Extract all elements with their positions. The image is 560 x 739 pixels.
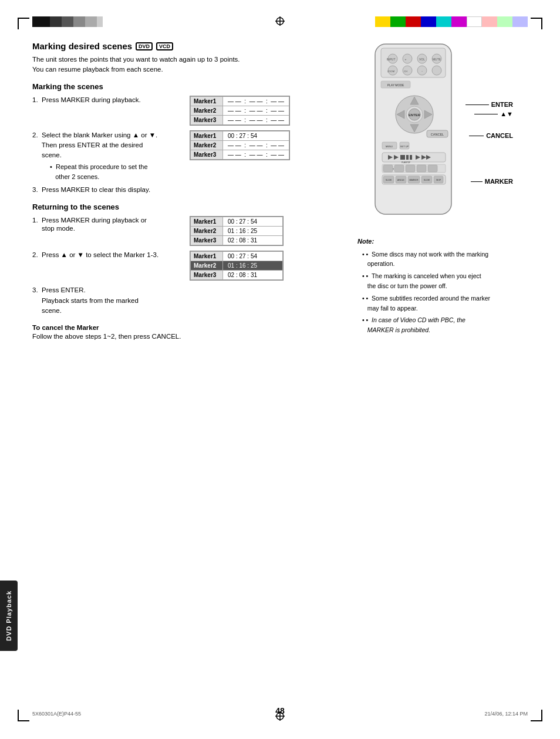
black-bar-top (32, 16, 103, 27)
table-row: Marker3 02 : 08 : 31 (191, 236, 283, 245)
table-row: Marker2 01 : 16 : 25 (191, 227, 283, 236)
marking-step-1-text: 1. Press MARKER during playback. (32, 96, 185, 104)
returning-step-1-text: 1. Press MARKER during playback or stop … (32, 216, 185, 232)
svg-rect-42 (400, 155, 405, 160)
note-item-3: • Some subtitles recorded around the mar… (362, 293, 528, 313)
svg-text:MARKER: MARKER (410, 179, 419, 181)
reg-mark-top (275, 16, 285, 28)
dvd-playback-tab: DVD Playback (0, 581, 18, 651)
svg-text:STOP: STOP (406, 161, 410, 164)
table-row: Marker1 00 : 27 : 54 (191, 217, 283, 227)
marking-step-1: 1. Press MARKER during playback. Marker1… (32, 96, 361, 126)
marking-step-2-text: 2. Select the blank Marker using ▲ or ▼.… (32, 130, 185, 182)
left-column: Marking desired scenes DVD VCD The unit … (32, 41, 361, 340)
note-title: Note: (357, 237, 528, 247)
corner-mark-bl (18, 710, 29, 721)
marker-label: MARKER (471, 178, 513, 185)
svg-text:VOL: VOL (419, 58, 425, 61)
table-row: Marker3 — — : — — : — — (191, 150, 289, 159)
page-number: 48 (275, 706, 285, 716)
svg-rect-43 (406, 155, 409, 160)
note-section: Note: • Some discs may not work with the… (357, 237, 528, 335)
table-row: Marker2 — — : — — : — — (191, 106, 289, 115)
svg-rect-58 (417, 165, 426, 172)
returning-step-3: 3. Press ENTER. Playback starts from the… (32, 285, 361, 316)
note-item-4: • In case of Video CD with PBC, the MARK… (362, 315, 528, 335)
svg-rect-57 (406, 165, 415, 172)
badge-vcd: VCD (156, 42, 173, 50)
svg-text:SKIP: SKIP (436, 179, 441, 181)
returning-step-2: 2. Press ▲ or ▼ to select the Marker 1-3… (32, 251, 361, 281)
svg-text:MUTE: MUTE (433, 58, 441, 61)
remote-control-area: INPUT + VOL MUTE ZOOM CH - PLAY MODE (357, 41, 522, 231)
footer-right: 21/4/06, 12:14 PM (484, 711, 528, 717)
svg-rect-44 (410, 155, 412, 160)
svg-rect-55 (383, 165, 393, 172)
right-column: INPUT + VOL MUTE ZOOM CH - PLAY MODE (357, 41, 528, 338)
color-bar-top (375, 16, 528, 27)
table-row: Marker1 — — : — — : — — (191, 96, 289, 106)
table-row: Marker2 01 : 16 : 25 (191, 261, 283, 271)
svg-text:ZOOM: ZOOM (387, 70, 394, 73)
marker-table-4: Marker1 00 : 27 : 54 Marker2 01 : 16 : 2… (190, 251, 284, 281)
footer-left: 5X60301A(E)P44-55 (32, 711, 81, 717)
svg-text:SLOW: SLOW (386, 179, 392, 181)
updown-label: ▲▼ (474, 110, 513, 117)
svg-text:PLAY MODE: PLAY MODE (387, 83, 404, 87)
corner-mark-tr (531, 18, 542, 29)
returning-step-2-text: 2. Press ▲ or ▼ to select the Marker 1-3… (32, 251, 185, 259)
marker-table-2: Marker1 00 : 27 : 54 Marker2 — — : — — :… (190, 130, 290, 160)
corner-mark-tl (18, 18, 29, 29)
table-row: Marker2 — — : — — : — — (191, 140, 289, 150)
main-content: Marking desired scenes DVD VCD The unit … (32, 41, 528, 704)
svg-text:SET UP: SET UP (400, 145, 409, 148)
table-row: Marker3 — — : — — : — — (191, 115, 289, 124)
returning-step-1: 1. Press MARKER during playback or stop … (32, 216, 361, 246)
svg-text:ENTER: ENTER (409, 113, 421, 117)
svg-text:ANGLE: ANGLE (397, 179, 405, 181)
section-title: Marking desired scenes DVD VCD (32, 41, 361, 51)
cancel-label: CANCEL (469, 132, 513, 139)
corner-mark-br (531, 710, 542, 721)
table-row: Marker1 00 : 27 : 54 (191, 131, 289, 140)
returning-section-title: Returning to the scenes (32, 203, 361, 211)
marking-section-title: Marking the scenes (32, 82, 361, 91)
dvd-tab-label: DVD Playback (5, 590, 12, 641)
marking-step-2: 2. Select the blank Marker using ▲ or ▼.… (32, 130, 361, 182)
svg-text:MENU: MENU (386, 145, 393, 148)
svg-text:INPUT: INPUT (387, 58, 396, 61)
svg-text:CANCEL: CANCEL (431, 133, 444, 136)
intro-line1: The unit stores the points that you want… (32, 56, 240, 63)
cancel-text: Follow the above steps 1~2, then press C… (32, 333, 361, 340)
svg-rect-59 (428, 165, 437, 172)
marking-step-3: 3. Press MARKER to clear this display. (32, 186, 361, 193)
intro-text: The unit stores the points that you want… (32, 55, 361, 75)
note-item-1: • Some discs may not work with the marki… (362, 249, 528, 269)
remote-svg-container: INPUT + VOL MUTE ZOOM CH - PLAY MODE (357, 41, 475, 231)
cancel-title: To cancel the Marker (32, 324, 361, 331)
svg-rect-56 (394, 165, 404, 172)
enter-label: ENTER (465, 101, 513, 108)
marker-table-3: Marker1 00 : 27 : 54 Marker2 01 : 16 : 2… (190, 216, 284, 246)
svg-point-9 (403, 54, 412, 63)
remote-svg: INPUT + VOL MUTE ZOOM CH - PLAY MODE (357, 41, 475, 229)
section-title-text: Marking desired scenes (32, 41, 132, 51)
svg-text:SLOW: SLOW (424, 179, 430, 181)
svg-text:+: + (405, 58, 407, 61)
badge-dvd: DVD (136, 42, 153, 50)
note-item-2: • The marking is canceled when you eject… (362, 271, 528, 291)
table-row: Marker3 02 : 08 : 31 (191, 271, 283, 280)
intro-line2: You can resume playback from each scene. (32, 66, 163, 73)
svg-point-19 (432, 66, 441, 75)
marker-table-1: Marker1 — — : — — : — — Marker2 — — : — … (190, 96, 290, 126)
svg-text:CH: CH (404, 70, 407, 73)
table-row: Marker1 00 : 27 : 54 (191, 252, 283, 261)
